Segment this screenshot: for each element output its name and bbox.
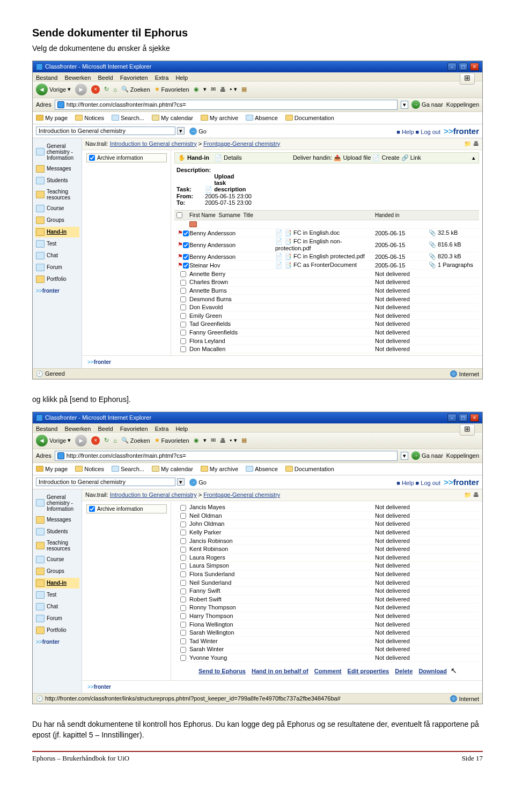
sidebar-item[interactable]: Test (35, 590, 79, 600)
maximize-button[interactable]: □ (459, 414, 468, 422)
action-edit-props[interactable]: Edit properties (348, 668, 389, 674)
address-input[interactable]: http://fronter.com/classfronter/main.pht… (55, 451, 398, 461)
menu-item[interactable]: Beeld (98, 426, 113, 432)
row-checkbox[interactable] (180, 346, 186, 352)
stop-button[interactable]: × (91, 436, 100, 445)
history-icon[interactable]: ▾ (203, 86, 207, 93)
row-checkbox[interactable] (180, 547, 186, 553)
menu-item[interactable]: Favorieten (120, 75, 148, 81)
toolbar-extra[interactable]: ▪ ▾ (230, 437, 237, 444)
breadcrumb-link[interactable]: Introduction to General chemistry (110, 491, 197, 498)
table-row[interactable]: Fanny GreenfieldsNot delivered (174, 329, 479, 337)
nav-my-page[interactable]: My page (36, 466, 68, 472)
menu-item[interactable]: Bestand (36, 426, 57, 432)
row-checkbox[interactable] (180, 647, 186, 653)
sidebar-item[interactable]: Hand-in (35, 578, 79, 588)
action-send-ephorus[interactable]: Send to Ephorus (198, 668, 246, 674)
row-checkbox[interactable] (180, 538, 186, 544)
table-row[interactable]: John OldmanNot delivered (174, 520, 479, 528)
row-checkbox[interactable] (183, 230, 189, 236)
favorites-button[interactable]: ★ Favorieten (154, 437, 189, 444)
archive-info-box[interactable]: Archive information (86, 504, 167, 513)
mail-icon[interactable]: ✉ (211, 437, 216, 444)
nav-absence[interactable]: Absence (246, 466, 278, 472)
menu-item[interactable]: Bestand (36, 75, 57, 81)
minimize-button[interactable]: - (447, 63, 457, 71)
forward-button[interactable]: ► (75, 84, 87, 95)
course-go-button[interactable]: →Go (189, 479, 207, 486)
row-checkbox[interactable] (180, 304, 186, 310)
refresh-button[interactable]: ↻ (104, 86, 109, 93)
nav-calendar[interactable]: My calendar (152, 115, 193, 121)
row-checkbox[interactable] (180, 638, 186, 644)
nav-notices[interactable]: Notices (75, 466, 104, 472)
details-link[interactable]: 📄 Details (215, 154, 242, 161)
row-checkbox[interactable] (180, 313, 186, 319)
toolbar-extra[interactable]: ▪ ▾ (230, 86, 237, 93)
action-download[interactable]: Download (418, 668, 447, 674)
row-checkbox[interactable] (180, 563, 186, 569)
menu-item[interactable]: Extra (155, 426, 169, 432)
row-checkbox[interactable] (183, 263, 189, 269)
sidebar-item[interactable]: Teaching resources (35, 538, 79, 553)
sidebar-item[interactable]: Groups (35, 215, 79, 226)
course-dropdown[interactable]: ▾ (177, 478, 185, 486)
menu-item[interactable]: Beeld (98, 75, 113, 81)
back-button[interactable]: ◄Vorige ▾ (36, 435, 71, 446)
address-dropdown[interactable]: ▾ (401, 101, 408, 109)
help-link[interactable]: ■ Help (396, 480, 414, 486)
archive-checkbox[interactable] (89, 155, 95, 161)
forward-button[interactable]: ► (75, 435, 87, 446)
table-row[interactable]: Neil OldmanNot delivered (174, 512, 479, 520)
table-row[interactable]: Laura RogersNot delivered (174, 554, 479, 562)
back-button[interactable]: ◄Vorige ▾ (36, 84, 71, 95)
row-checkbox[interactable] (180, 580, 186, 586)
row-checkbox[interactable] (180, 513, 186, 519)
sidebar-item[interactable]: Chat (35, 250, 79, 261)
table-row[interactable]: Emily GreenNot delivered (174, 311, 479, 320)
row-checkbox[interactable] (180, 280, 186, 286)
archive-info-box[interactable]: Archive information (86, 153, 167, 162)
row-checkbox[interactable] (180, 338, 186, 344)
address-input[interactable]: http://fronter.com/classfronter/main.pht… (55, 100, 398, 110)
nav-my-page[interactable]: My page (36, 115, 68, 121)
mail-icon[interactable]: ✉ (211, 86, 216, 93)
breadcrumb-link[interactable]: Frontpage-General chemistry (203, 491, 280, 498)
go-button[interactable]: →Ga naar (411, 451, 443, 460)
row-checkbox[interactable] (180, 522, 186, 527)
row-checkbox[interactable] (180, 330, 186, 336)
archive-checkbox[interactable] (89, 506, 95, 512)
sidebar-item[interactable]: Groups (35, 566, 79, 577)
table-row[interactable]: Annette BerryNot delivered (174, 270, 479, 278)
table-row[interactable]: ⚑Benny Andersson📄 📑 FC in English non-pr… (174, 237, 479, 252)
expand-row[interactable] (174, 220, 479, 229)
menu-item[interactable]: Bewerken (64, 426, 91, 432)
print-icon[interactable]: 🖶 (220, 86, 226, 93)
row-checkbox[interactable] (180, 530, 186, 535)
logout-link[interactable]: ■ Log out (416, 480, 440, 486)
sidebar-item[interactable]: Portfolio (35, 625, 79, 636)
row-checkbox[interactable] (180, 296, 186, 302)
table-row[interactable]: Harry ThompsonNot delivered (174, 612, 479, 621)
address-dropdown[interactable]: ▾ (401, 452, 408, 460)
nav-documentation[interactable]: Documentation (285, 466, 334, 472)
sidebar-item[interactable]: Students (35, 175, 79, 186)
sidebar-item[interactable]: Chat (35, 601, 79, 612)
create-link[interactable]: 📄 Create (372, 154, 399, 161)
select-all-checkbox[interactable] (176, 212, 182, 218)
collapse-icon[interactable]: ▴ (472, 154, 475, 161)
sidebar-item[interactable]: Course (35, 203, 79, 214)
nav-archive[interactable]: My archive (201, 466, 238, 472)
table-row[interactable]: Laura SimpsonNot delivered (174, 562, 479, 570)
row-checkbox[interactable] (180, 588, 186, 594)
menu-item[interactable]: Favorieten (120, 426, 148, 432)
table-row[interactable]: Sarah WellingtonNot delivered (174, 629, 479, 637)
table-row[interactable]: Annette BurnsNot delivered (174, 287, 479, 295)
row-checkbox[interactable] (183, 254, 189, 260)
sidebar-item[interactable]: Test (35, 239, 79, 249)
sidebar-item[interactable]: Forum (35, 613, 79, 624)
koppelingen-link[interactable]: Koppelingen (446, 101, 479, 108)
row-checkbox[interactable] (180, 613, 186, 619)
nav-notices[interactable]: Notices (75, 115, 104, 121)
upload-file-link[interactable]: 📤 Upload file (334, 154, 371, 161)
